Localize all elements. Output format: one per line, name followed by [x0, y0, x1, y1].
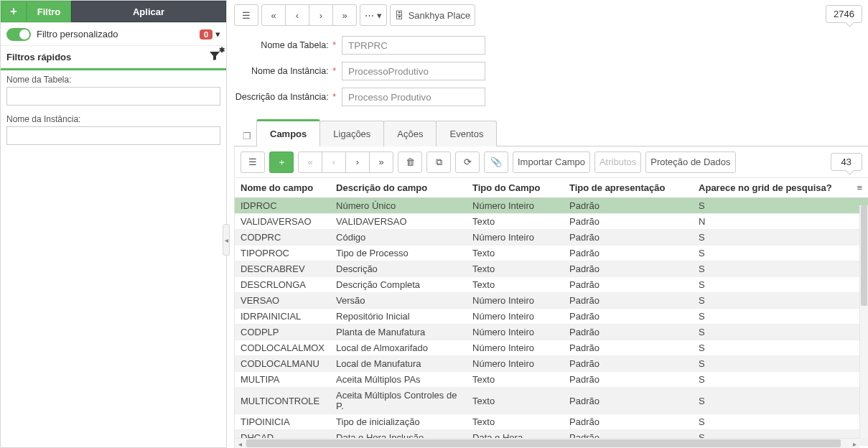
briefcase-icon: 🗄 [395, 10, 404, 21]
vertical-scrollbar[interactable] [859, 205, 868, 438]
duplicate-button[interactable]: ⧉ [426, 151, 451, 173]
add-field-button[interactable]: ＋ [269, 151, 294, 173]
th-nome[interactable]: Nome do campo [235, 178, 330, 198]
cell: S [693, 340, 851, 356]
personal-filter-label: Filtro personalizado [37, 29, 118, 39]
cell: Padrão [564, 340, 693, 356]
field-nav-prev[interactable]: ‹ [322, 151, 346, 173]
cell: Padrão [564, 414, 693, 430]
table-row[interactable]: IDRPAINICIALRepositório InicialNúmero In… [235, 309, 868, 325]
table-row[interactable]: VALIDAVERSAOVALIDAVERSAOTextoPadrãoN [235, 214, 868, 230]
instance-name-input[interactable] [6, 126, 220, 145]
cell: S [693, 309, 851, 325]
cell: CODPLP [235, 325, 330, 340]
table-row[interactable]: IDPROCNúmero ÚnicoNúmero InteiroPadrãoS [235, 198, 868, 214]
table-row[interactable]: MULTIPAAceita Múltiplos PAsTextoPadrãoS [235, 372, 868, 388]
th-aparece[interactable]: Aparece no grid de pesquisa? [693, 178, 851, 198]
nav-last-button[interactable]: » [332, 4, 357, 26]
tab-eventos[interactable]: Eventos [436, 121, 497, 146]
form-desc-input[interactable] [342, 88, 485, 106]
cell: IDPROC [235, 198, 330, 214]
table-row[interactable]: TIPOPROCTipo de ProcessoTextoPadrãoS [235, 246, 868, 261]
form-table-input[interactable] [342, 36, 485, 55]
chevron-down-icon[interactable]: ▾ [215, 29, 220, 39]
refresh-button[interactable]: ⟳ [455, 151, 480, 173]
th-apresentacao[interactable]: Tipo de apresentação [564, 178, 693, 198]
cell: Local de Almoxarifado [330, 340, 467, 356]
cell: Texto [467, 214, 564, 230]
table-row[interactable]: MULTICONTROLEAceita Múltiplos Controles … [235, 388, 868, 414]
table-row[interactable]: VERSAOVersãoNúmero InteiroPadrãoS [235, 293, 868, 309]
tab-campos[interactable]: Campos [256, 119, 320, 146]
more-actions-button[interactable]: ⋯ ▾ [360, 4, 387, 26]
cell: Número Único [330, 198, 467, 214]
horizontal-scrollbar[interactable]: ◂ ▸ [235, 438, 859, 448]
th-columns-menu[interactable]: ≡ [851, 178, 868, 198]
cell: Versão [330, 293, 467, 309]
sankhya-place-button[interactable]: 🗄 Sankhya Place [390, 4, 476, 26]
field-nav-next[interactable]: › [345, 151, 370, 173]
list-view-button[interactable]: ☰ [241, 151, 265, 173]
cell: Padrão [564, 277, 693, 293]
table-name-input[interactable] [6, 87, 220, 106]
nav-next-button[interactable]: › [309, 4, 333, 26]
personal-filter-toggle[interactable] [6, 28, 31, 41]
cell: Descrição Completa [330, 277, 467, 293]
hscroll-left-arrow[interactable]: ◂ [235, 439, 245, 448]
table-row[interactable]: CODPRCCódigoNúmero InteiroPadrãoS [235, 230, 868, 246]
cell: Texto [467, 277, 564, 293]
cell: S [693, 261, 851, 277]
cell: S [693, 277, 851, 293]
form-table-label: Nome da Tabela: [261, 40, 328, 50]
table-row[interactable]: DESCRLONGADescrição CompletaTextoPadrãoS [235, 277, 868, 293]
cell: Número Inteiro [467, 340, 564, 356]
filter-count-badge: 0 [200, 29, 213, 39]
th-descricao[interactable]: Descrição do campo [330, 178, 467, 198]
nav-first-button[interactable]: « [261, 4, 286, 26]
cell: Número Inteiro [467, 230, 564, 246]
required-mark: * [332, 66, 336, 76]
field-nav-last[interactable]: » [369, 151, 393, 173]
table-name-label: Nome da Tabela: [6, 75, 220, 85]
required-mark: * [332, 40, 336, 50]
cell: S [693, 414, 851, 430]
form-instance-input[interactable] [342, 62, 485, 80]
atributos-button[interactable]: Atributos [594, 151, 641, 173]
cell: CODPRC [235, 230, 330, 246]
th-tipo[interactable]: Tipo do Campo [467, 178, 564, 198]
table-row[interactable]: TIPOINICIATipo de inicializaçãoTextoPadr… [235, 414, 868, 430]
table-row[interactable]: DESCRABREVDescriçãoTextoPadrãoS [235, 261, 868, 277]
vertical-scroll-thumb[interactable] [861, 205, 867, 306]
delete-button[interactable]: 🗑 [398, 151, 422, 173]
cell: Padrão [564, 325, 693, 340]
cell: MULTIPA [235, 372, 330, 388]
sidebar-collapse-handle[interactable]: ◂ [223, 224, 230, 256]
table-row[interactable]: CODPLPPlanta de ManufaturaNúmero Inteiro… [235, 325, 868, 340]
cell: Padrão [564, 293, 693, 309]
horizontal-scroll-thumb[interactable] [246, 439, 841, 447]
nav-prev-button[interactable]: ‹ [285, 4, 309, 26]
table-row[interactable]: CODLOCALALMOXLocal de AlmoxarifadoNúmero… [235, 340, 868, 356]
tab-ligacoes[interactable]: Ligações [319, 121, 384, 146]
field-nav-first[interactable]: « [298, 151, 322, 173]
attachment-button[interactable]: 📎 [484, 151, 508, 173]
cell: S [693, 372, 851, 388]
add-filter-button[interactable]: + [1, 1, 27, 22]
cell: Texto [467, 246, 564, 261]
cell: Planta de Manufatura [330, 325, 467, 340]
grid-view-button[interactable]: ☰ [234, 4, 258, 26]
required-mark: * [332, 92, 336, 102]
funnel-icon[interactable]: ✱ [209, 50, 220, 64]
aplicar-button[interactable]: Aplicar [71, 1, 226, 22]
importar-campo-button[interactable]: Importar Campo [513, 151, 590, 173]
cell: VALIDAVERSAO [235, 214, 330, 230]
tab-acoes[interactable]: Ações [383, 121, 437, 146]
cell: S [693, 325, 851, 340]
hscroll-right-arrow[interactable]: ▸ [849, 439, 859, 448]
cell: Tipo de Processo [330, 246, 467, 261]
copy-icon[interactable]: ❐ [237, 126, 257, 146]
filtro-button[interactable]: Filtro [27, 1, 71, 22]
table-row[interactable]: CODLOCALMANULocal de ManufaturaNúmero In… [235, 356, 868, 372]
fields-table: Nome do campo Descrição do campo Tipo do… [235, 178, 868, 448]
protecao-dados-button[interactable]: Proteção de Dados [645, 151, 735, 173]
